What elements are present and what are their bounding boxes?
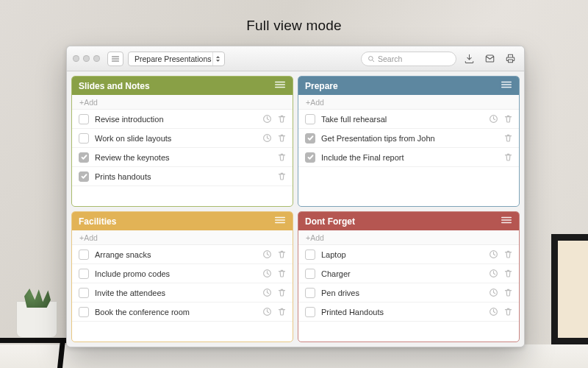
task-text[interactable]: Prints handouts bbox=[95, 172, 277, 181]
clock-icon[interactable] bbox=[262, 307, 272, 316]
task-text[interactable]: Review the keynotes bbox=[95, 153, 277, 162]
task-checkbox[interactable] bbox=[79, 114, 89, 124]
task-text[interactable]: Revise introduction bbox=[95, 115, 262, 124]
trash-icon[interactable] bbox=[277, 250, 287, 259]
clock-icon[interactable] bbox=[489, 269, 498, 278]
print-button[interactable] bbox=[502, 52, 518, 66]
app-window: Prepare Presentations Search Slides and … bbox=[66, 46, 525, 347]
task-checkbox[interactable] bbox=[79, 307, 89, 317]
drag-handle-icon[interactable] bbox=[274, 216, 286, 227]
task-row: Include promo codes bbox=[72, 264, 293, 283]
drag-handle-icon[interactable] bbox=[274, 80, 286, 91]
clock-icon[interactable] bbox=[262, 288, 272, 297]
task-actions bbox=[262, 133, 287, 143]
clock-icon[interactable] bbox=[489, 307, 498, 316]
trash-icon[interactable] bbox=[503, 269, 513, 278]
drag-handle-icon[interactable] bbox=[501, 216, 512, 227]
drag-handle-icon[interactable] bbox=[501, 80, 512, 91]
clock-icon[interactable] bbox=[489, 114, 498, 124]
add-task-input[interactable]: +Add bbox=[298, 230, 519, 245]
task-checkbox[interactable] bbox=[79, 288, 89, 298]
task-checkbox[interactable] bbox=[305, 288, 315, 298]
inbox-icon bbox=[484, 53, 495, 64]
clock-icon[interactable] bbox=[262, 250, 272, 259]
board-title: Facilities bbox=[79, 216, 116, 227]
board-card: Facilities+AddArrange snacksInclude prom… bbox=[71, 211, 293, 342]
add-task-input[interactable]: +Add bbox=[298, 95, 519, 110]
window-controls[interactable] bbox=[73, 55, 100, 62]
fullscreen-dot[interactable] bbox=[93, 55, 100, 62]
clock-icon[interactable] bbox=[489, 288, 498, 297]
task-checkbox[interactable] bbox=[305, 133, 315, 144]
task-text[interactable]: Include the Final report bbox=[321, 153, 503, 162]
task-checkbox[interactable] bbox=[79, 250, 89, 260]
project-select[interactable]: Prepare Presentations bbox=[128, 52, 225, 66]
board-card: Prepare+AddTake full rehearsalGet Presen… bbox=[298, 76, 520, 207]
board-title: Dont Forget bbox=[305, 216, 355, 227]
inbox-button[interactable] bbox=[481, 52, 498, 66]
trash-icon[interactable] bbox=[503, 250, 513, 259]
clock-icon[interactable] bbox=[262, 114, 272, 124]
task-checkbox[interactable] bbox=[79, 133, 89, 144]
add-task-input[interactable]: +Add bbox=[72, 230, 293, 245]
task-text[interactable]: Include promo codes bbox=[95, 269, 262, 278]
add-task-label: +Add bbox=[306, 98, 324, 107]
trash-icon[interactable] bbox=[503, 114, 513, 124]
task-text[interactable]: Invite the attendees bbox=[95, 289, 262, 297]
task-actions bbox=[489, 307, 513, 316]
task-text[interactable]: Pen drives bbox=[321, 289, 489, 297]
trash-icon[interactable] bbox=[277, 133, 287, 143]
task-list: LaptopChargerPen drivesPrinted Handouts bbox=[298, 245, 519, 342]
trash-icon[interactable] bbox=[277, 269, 287, 278]
board-header[interactable]: Facilities bbox=[72, 212, 293, 230]
board-header[interactable]: Prepare bbox=[298, 77, 519, 95]
task-text[interactable]: Get Presentation tips from John bbox=[321, 134, 503, 143]
task-actions bbox=[503, 133, 513, 143]
trash-icon[interactable] bbox=[503, 152, 513, 162]
task-checkbox[interactable] bbox=[305, 152, 315, 163]
task-text[interactable]: Charger bbox=[321, 269, 489, 278]
task-list: Revise introductionWork on slide layouts… bbox=[72, 110, 293, 206]
task-row: Printed Handouts bbox=[298, 302, 519, 322]
trash-icon[interactable] bbox=[277, 171, 287, 181]
clock-icon[interactable] bbox=[262, 269, 272, 278]
trash-icon[interactable] bbox=[277, 152, 287, 162]
task-text[interactable]: Book the conference room bbox=[95, 308, 262, 316]
trash-icon[interactable] bbox=[503, 133, 513, 143]
task-checkbox[interactable] bbox=[305, 307, 315, 317]
clock-icon[interactable] bbox=[262, 133, 272, 143]
close-dot[interactable] bbox=[73, 55, 79, 62]
task-text[interactable]: Take full rehearsal bbox=[321, 115, 489, 124]
trash-icon[interactable] bbox=[277, 114, 287, 124]
task-checkbox[interactable] bbox=[305, 269, 315, 279]
task-checkbox[interactable] bbox=[79, 152, 89, 163]
task-row: Charger bbox=[298, 264, 519, 283]
task-list: Take full rehearsalGet Presentation tips… bbox=[298, 110, 519, 206]
trash-icon[interactable] bbox=[277, 307, 287, 316]
decor-table bbox=[0, 344, 588, 368]
trash-icon[interactable] bbox=[503, 307, 513, 316]
trash-icon[interactable] bbox=[503, 288, 513, 297]
task-text[interactable]: Laptop bbox=[321, 250, 489, 259]
task-text[interactable]: Work on slide layouts bbox=[95, 134, 262, 143]
trash-icon[interactable] bbox=[277, 288, 287, 297]
minimize-dot[interactable] bbox=[83, 55, 90, 62]
task-actions bbox=[262, 288, 287, 297]
task-checkbox[interactable] bbox=[305, 114, 315, 124]
add-task-input[interactable]: +Add bbox=[72, 95, 293, 110]
task-text[interactable]: Printed Handouts bbox=[321, 308, 489, 316]
task-checkbox[interactable] bbox=[79, 269, 89, 279]
sidebar-toggle-button[interactable] bbox=[107, 52, 123, 66]
task-row: Get Presentation tips from John bbox=[298, 129, 519, 148]
clock-icon[interactable] bbox=[489, 250, 498, 259]
board-header[interactable]: Dont Forget bbox=[298, 212, 519, 230]
task-text[interactable]: Arrange snacks bbox=[95, 250, 262, 259]
task-checkbox[interactable] bbox=[305, 250, 315, 260]
task-actions bbox=[489, 114, 513, 124]
board-header[interactable]: Slides and Notes bbox=[72, 77, 293, 95]
task-checkbox[interactable] bbox=[79, 171, 89, 182]
download-button[interactable] bbox=[461, 52, 477, 66]
svg-point-0 bbox=[369, 56, 373, 60]
search-input[interactable]: Search bbox=[361, 52, 456, 66]
task-actions bbox=[262, 269, 287, 278]
